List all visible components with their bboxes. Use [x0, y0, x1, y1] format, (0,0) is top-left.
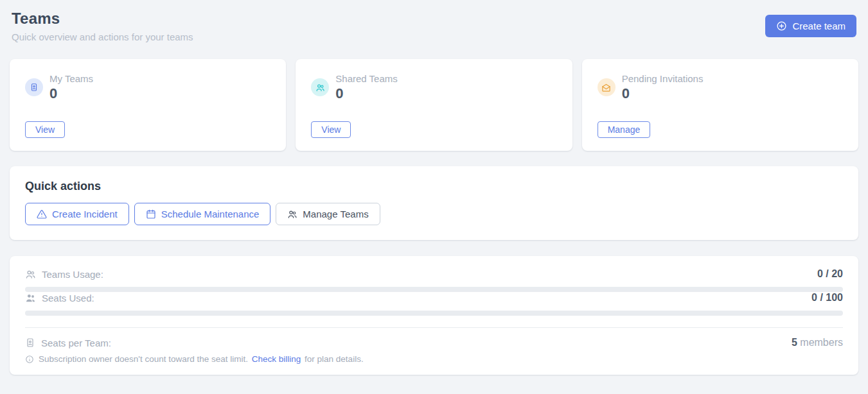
- page-header-text: Teams Quick overview and actions for you…: [12, 8, 193, 42]
- teams-usage-label: Teams Usage:: [42, 269, 103, 280]
- stat-card-my-teams: My Teams 0 View: [10, 59, 286, 151]
- seats-per-team-suffix: members: [800, 337, 843, 348]
- manage-teams-label: Manage Teams: [303, 209, 368, 219]
- seats-used-value: 0 / 100: [811, 292, 843, 304]
- create-incident-button[interactable]: Create Incident: [25, 203, 129, 225]
- stats-row: My Teams 0 View Shared Teams 0 Vi: [10, 59, 858, 151]
- seats-used-label: Seats Used:: [42, 293, 94, 304]
- view-my-teams-button[interactable]: View: [25, 121, 65, 138]
- mail-open-icon: [598, 78, 616, 96]
- note-prefix: Subscription owner doesn't count toward …: [39, 354, 248, 364]
- seats-used-row: Seats Used: 0 / 100: [25, 292, 843, 304]
- seat-limit-note: Subscription owner doesn't count toward …: [25, 354, 843, 364]
- usage-card: Teams Usage: 0 / 20 Seats Used: 0 / 100: [10, 256, 858, 375]
- quick-actions-buttons: Create Incident Schedule Maintenance: [25, 203, 843, 225]
- page-header: Teams Quick overview and actions for you…: [10, 8, 858, 42]
- users-filled-icon: [25, 293, 36, 304]
- stat-label: Pending Invitations: [622, 73, 704, 84]
- calendar-icon: [146, 209, 156, 219]
- view-shared-teams-button[interactable]: View: [311, 121, 351, 138]
- teams-page: Teams Quick overview and actions for you…: [0, 0, 868, 375]
- schedule-maintenance-label: Schedule Maintenance: [161, 209, 260, 219]
- users-icon: [311, 78, 329, 96]
- schedule-maintenance-button[interactable]: Schedule Maintenance: [134, 203, 271, 225]
- page-subtitle: Quick overview and actions for your team…: [12, 31, 193, 42]
- stat-card-pending-invitations: Pending Invitations 0 Manage: [582, 59, 858, 151]
- stat-head: Shared Teams 0: [311, 73, 556, 101]
- seats-per-team-label: Seats per Team:: [41, 338, 111, 348]
- quick-actions-title: Quick actions: [25, 180, 843, 193]
- seats-used-progressbar: [25, 311, 843, 316]
- stat-head: Pending Invitations 0: [598, 73, 843, 101]
- quick-actions-card: Quick actions Create Incident Schedul: [10, 166, 858, 240]
- check-billing-link[interactable]: Check billing: [252, 354, 301, 364]
- manage-teams-button[interactable]: Manage Teams: [276, 203, 380, 225]
- contact-card-icon: [25, 78, 43, 96]
- teams-usage-value: 0 / 20: [817, 268, 843, 280]
- alert-triangle-icon: [37, 209, 47, 219]
- teams-usage-row: Teams Usage: 0 / 20: [25, 268, 843, 280]
- usage-divider: [25, 327, 843, 328]
- create-team-button[interactable]: Create team: [765, 15, 856, 37]
- plus-circle-icon: [776, 21, 787, 31]
- stat-value: 0: [622, 86, 704, 101]
- teams-usage-progressbar: [25, 287, 843, 292]
- create-incident-label: Create Incident: [52, 209, 118, 219]
- users-icon: [287, 209, 297, 219]
- stat-label: My Teams: [49, 73, 93, 84]
- manage-invitations-button[interactable]: Manage: [598, 121, 651, 138]
- stat-label: Shared Teams: [335, 73, 397, 84]
- stat-head: My Teams 0: [25, 73, 270, 101]
- stat-value: 0: [49, 86, 93, 101]
- seats-per-team-row: Seats per Team: 5 members: [25, 337, 843, 348]
- seats-per-team-value: 5 members: [792, 337, 843, 348]
- info-circle-icon: [25, 355, 34, 364]
- note-suffix: for plan details.: [305, 354, 364, 364]
- stat-value: 0: [335, 86, 397, 101]
- stat-card-shared-teams: Shared Teams 0 View: [296, 59, 572, 151]
- create-team-label: Create team: [792, 21, 846, 31]
- contact-card-icon: [25, 338, 35, 348]
- users-outline-icon: [25, 269, 36, 280]
- page-title: Teams: [12, 10, 193, 28]
